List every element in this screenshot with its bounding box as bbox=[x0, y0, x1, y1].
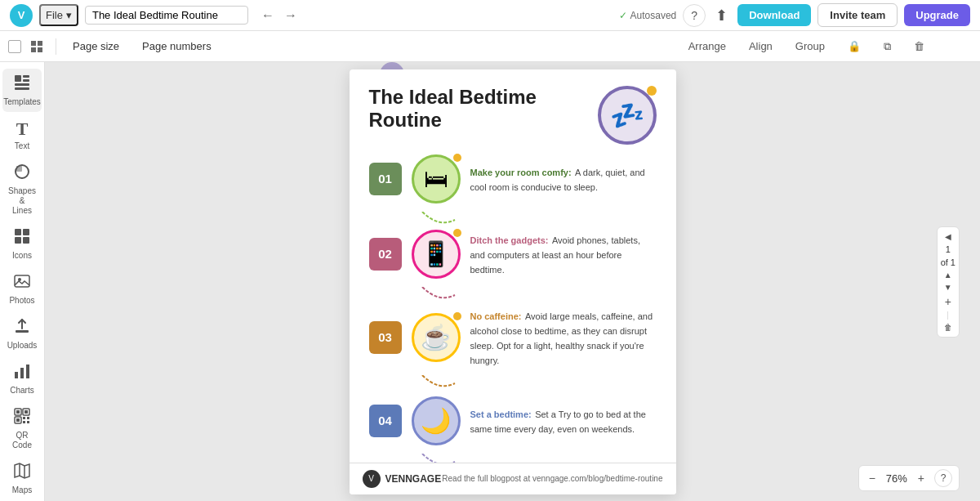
svg-rect-9 bbox=[15, 237, 21, 244]
canvas-area[interactable]: The Ideal Bedtime Routine 💤 01 🛏 bbox=[45, 62, 980, 501]
help-button[interactable]: ? bbox=[683, 4, 706, 27]
zoom-help-button[interactable]: ? bbox=[934, 469, 952, 487]
page-prev-button[interactable]: ▲ bbox=[944, 271, 952, 280]
align-button[interactable]: Align bbox=[742, 37, 779, 56]
step-1-title: Make your room comfy: bbox=[470, 168, 572, 177]
arrange-button[interactable]: Arrange bbox=[682, 37, 733, 56]
step-3-text: No caffeine: Avoid large meals, caffeine… bbox=[470, 308, 657, 367]
shapes-label: Shapes &Lines bbox=[6, 186, 38, 216]
charts-icon bbox=[13, 362, 31, 384]
svg-rect-7 bbox=[15, 229, 21, 235]
zoom-out-button[interactable]: − bbox=[866, 472, 879, 485]
sidebar-item-uploads[interactable]: Uploads bbox=[2, 312, 42, 356]
svg-rect-11 bbox=[15, 275, 29, 287]
step-3: 03 ☕ No caffeine: Avoid large meals, caf… bbox=[369, 308, 657, 367]
svg-rect-15 bbox=[20, 368, 24, 378]
svg-rect-26 bbox=[27, 421, 29, 423]
page-numbers-option[interactable]: Page numbers bbox=[132, 37, 221, 56]
templates-label: Templates bbox=[3, 97, 41, 107]
svg-rect-20 bbox=[24, 410, 28, 414]
qr-label: QR Code bbox=[6, 431, 38, 450]
page-sep bbox=[947, 311, 948, 320]
file-chevron-icon: ▾ bbox=[66, 9, 72, 21]
footer-link: Read the full blogpost at venngage.com/b… bbox=[442, 474, 662, 483]
grid-view-button[interactable] bbox=[24, 38, 49, 56]
step-4-icon: 🌙 bbox=[412, 396, 461, 445]
step-2-text: Ditch the gadgets: Avoid phones, tablets… bbox=[470, 232, 657, 276]
sidebar-item-icons[interactable]: Icons bbox=[2, 222, 42, 266]
sidebar-item-shapes[interactable]: Shapes &Lines bbox=[2, 158, 42, 221]
page-add-plus-button[interactable]: + bbox=[945, 295, 951, 308]
invite-team-button[interactable]: Invite team bbox=[817, 3, 898, 27]
sidebar-item-templates[interactable]: Templates bbox=[2, 69, 42, 112]
page-delete-button[interactable]: 🗑 bbox=[944, 323, 952, 332]
photos-icon bbox=[13, 272, 31, 294]
page-size-option[interactable]: Page size bbox=[63, 37, 129, 56]
download-button[interactable]: Download bbox=[737, 4, 811, 26]
page-current: 1 bbox=[946, 244, 951, 254]
topbar: V File ▾ ← → ✓ Autosaved ? ⬆ Download In… bbox=[0, 0, 980, 31]
connector-1 bbox=[414, 212, 657, 228]
page-of-label: of 1 bbox=[941, 257, 956, 267]
svg-rect-22 bbox=[16, 418, 20, 422]
step-3-title: No caffeine: bbox=[470, 311, 522, 321]
file-menu-button[interactable]: File ▾ bbox=[39, 4, 78, 26]
text-label: Text bbox=[15, 141, 29, 151]
upgrade-button[interactable]: Upgrade bbox=[904, 4, 970, 26]
footer-logo-label: VENNGAGE bbox=[385, 473, 442, 485]
group-button[interactable]: Group bbox=[789, 37, 831, 56]
delete-button[interactable]: 🗑 bbox=[907, 37, 931, 56]
steps-list: 01 🛏 Make your room comfy: A dark, quiet… bbox=[369, 154, 657, 494]
svg-rect-0 bbox=[15, 75, 21, 82]
svg-rect-13 bbox=[16, 330, 29, 333]
redo-button[interactable]: → bbox=[281, 7, 301, 25]
svg-rect-4 bbox=[15, 87, 29, 90]
document-title-input[interactable] bbox=[85, 6, 248, 25]
sidebar-item-maps[interactable]: Maps bbox=[2, 457, 42, 500]
lock-button[interactable]: 🔒 bbox=[841, 37, 867, 56]
infographic-document[interactable]: The Ideal Bedtime Routine 💤 01 🛏 bbox=[350, 69, 676, 494]
document-title: The Ideal Bedtime Routine bbox=[369, 86, 598, 132]
shapes-icon bbox=[13, 163, 31, 185]
autosave-status: ✓ Autosaved bbox=[619, 10, 677, 21]
share-button[interactable]: ⬆ bbox=[712, 3, 731, 28]
zoom-controls: − 76% + ? bbox=[858, 465, 960, 491]
uploads-icon bbox=[13, 317, 31, 339]
sidebar-item-qr[interactable]: QR Code bbox=[2, 402, 42, 455]
copy-button[interactable]: ⧉ bbox=[877, 37, 898, 56]
sidebar-item-photos[interactable]: Photos bbox=[2, 267, 42, 311]
maps-label: Maps bbox=[12, 485, 32, 495]
page-indicator: ◀ 1 of 1 ▲ ▼ + 🗑 bbox=[937, 226, 960, 338]
svg-rect-8 bbox=[23, 229, 29, 235]
step-4-title: Set a bedtime: bbox=[470, 409, 532, 419]
svg-rect-16 bbox=[26, 365, 29, 378]
sidebar-item-text[interactable]: T Text bbox=[2, 114, 42, 156]
step-2: 02 📱 Ditch the gadgets: Avoid phones, ta… bbox=[369, 230, 657, 279]
svg-rect-18 bbox=[16, 410, 20, 414]
svg-rect-14 bbox=[15, 372, 18, 378]
sidebar-item-charts[interactable]: Charts bbox=[2, 357, 42, 400]
svg-rect-25 bbox=[23, 421, 25, 423]
app-logo: V bbox=[10, 4, 33, 27]
icons-icon bbox=[13, 227, 31, 249]
svg-rect-1 bbox=[23, 75, 29, 78]
zoom-in-button[interactable]: + bbox=[915, 472, 928, 485]
step-2-number: 02 bbox=[369, 238, 402, 271]
svg-rect-23 bbox=[23, 417, 25, 419]
autosave-label: Autosaved bbox=[630, 10, 677, 21]
select-all-checkbox[interactable] bbox=[8, 40, 21, 53]
step-3-icon: ☕ bbox=[412, 313, 461, 362]
qr-icon bbox=[13, 407, 31, 429]
page-next-button[interactable]: ▼ bbox=[944, 283, 952, 292]
step-2-title: Ditch the gadgets: bbox=[470, 235, 549, 245]
undo-button[interactable]: ← bbox=[258, 7, 278, 25]
svg-rect-24 bbox=[27, 417, 29, 419]
photos-label: Photos bbox=[9, 296, 34, 306]
grid-icon bbox=[31, 41, 42, 52]
step-1-number: 01 bbox=[369, 163, 402, 195]
undo-redo-group: ← → bbox=[258, 7, 301, 25]
connector-2 bbox=[414, 287, 657, 306]
maps-icon bbox=[13, 462, 31, 484]
footer-logo: V VENNGAGE bbox=[363, 470, 442, 488]
page-panel-expand-button[interactable]: ◀ bbox=[945, 232, 951, 241]
